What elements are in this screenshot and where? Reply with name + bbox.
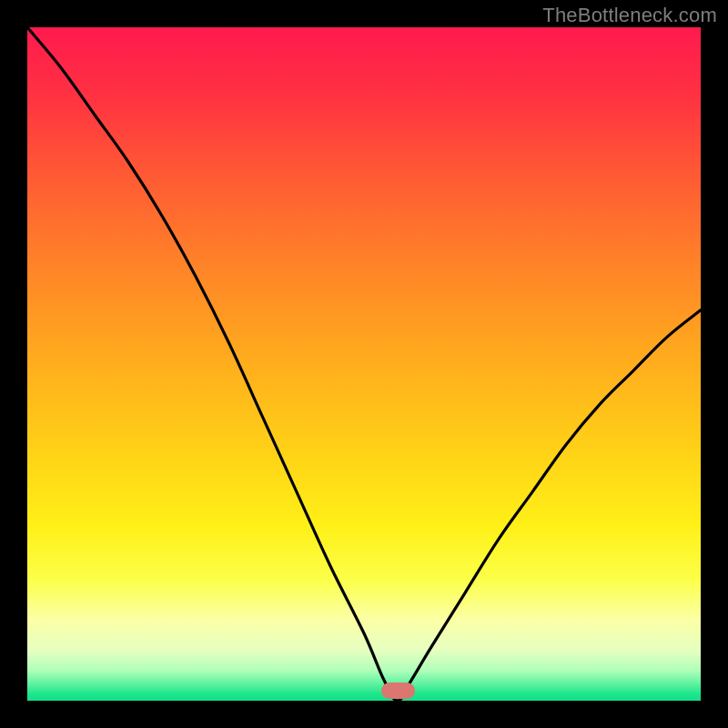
plot-area xyxy=(27,27,701,701)
attribution-text: TheBottleneck.com xyxy=(542,4,717,27)
chart-frame: TheBottleneck.com xyxy=(0,0,728,728)
bottleneck-curve xyxy=(27,27,701,701)
optimal-point-marker xyxy=(381,682,415,699)
